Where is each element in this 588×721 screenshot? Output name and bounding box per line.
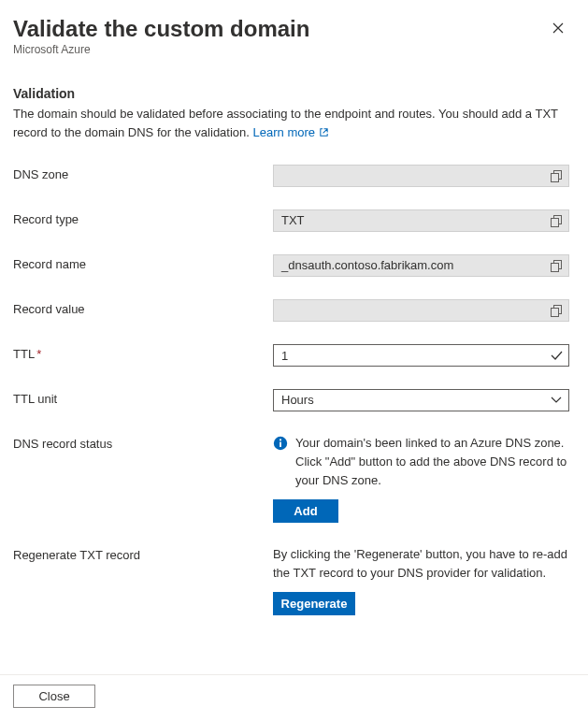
learn-more-label: Learn more [253, 125, 315, 139]
panel-footer: Close [0, 674, 588, 721]
dns-status-message: Your domain's been linked to an Azure DN… [295, 434, 569, 490]
learn-more-link[interactable]: Learn more [253, 125, 329, 139]
record-type-label: Record type [13, 209, 273, 226]
ttl-unit-select[interactable]: Hours [273, 389, 569, 411]
dns-zone-value [274, 166, 544, 186]
record-value-value [274, 300, 544, 321]
panel-subtitle: Microsoft Azure [13, 43, 309, 56]
record-type-value: TXT [274, 210, 544, 231]
svg-rect-5 [552, 263, 559, 271]
copy-icon[interactable] [544, 166, 568, 186]
ttl-input-wrap[interactable] [273, 344, 569, 367]
record-name-value: _dnsauth.contoso.fabrikam.com [274, 255, 544, 276]
panel-title: Validate the custom domain [13, 15, 309, 43]
regenerate-message: By clicking the 'Regenerate' button, you… [273, 545, 569, 583]
ttl-unit-value: Hours [274, 390, 544, 411]
close-button[interactable]: Close [13, 685, 95, 708]
regenerate-label: Regenerate TXT record [13, 545, 273, 562]
record-type-field: TXT [273, 209, 569, 232]
dns-status-label: DNS record status [13, 434, 273, 451]
close-icon[interactable] [547, 17, 569, 39]
validation-description: The domain should be validated before as… [13, 105, 569, 142]
svg-rect-9 [280, 442, 281, 447]
copy-icon[interactable] [544, 210, 568, 231]
svg-rect-3 [552, 218, 559, 226]
copy-icon[interactable] [544, 255, 568, 276]
add-button[interactable]: Add [273, 499, 338, 523]
record-value-field [273, 299, 569, 322]
svg-rect-1 [552, 173, 559, 181]
svg-rect-7 [552, 308, 559, 316]
info-icon [273, 436, 288, 451]
ttl-unit-label: TTL unit [13, 389, 273, 406]
ttl-input[interactable] [274, 345, 544, 366]
record-name-field: _dnsauth.contoso.fabrikam.com [273, 254, 569, 277]
ttl-label: TTL* [13, 344, 273, 361]
copy-icon[interactable] [544, 300, 568, 321]
ttl-label-text: TTL [13, 347, 35, 361]
checkmark-icon [544, 345, 568, 366]
external-link-icon [319, 127, 329, 137]
validation-heading: Validation [13, 86, 569, 101]
required-indicator: * [36, 347, 41, 361]
record-value-label: Record value [13, 299, 273, 316]
record-name-label: Record name [13, 254, 273, 271]
dns-zone-field [273, 165, 569, 187]
dns-zone-label: DNS zone [13, 165, 273, 181]
regenerate-button[interactable]: Regenerate [273, 592, 355, 615]
chevron-down-icon [544, 390, 568, 411]
svg-point-10 [280, 439, 281, 440]
